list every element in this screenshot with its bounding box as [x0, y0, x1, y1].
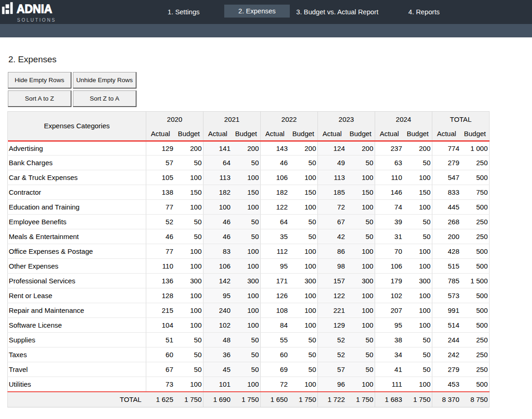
svg-text:SOLUTIONS: SOLUTIONS — [17, 18, 56, 23]
svg-text:ADNIA: ADNIA — [17, 2, 52, 16]
